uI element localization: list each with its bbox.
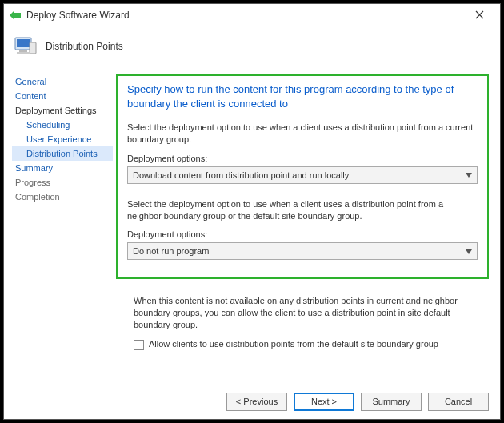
chevron-down-icon: [466, 247, 472, 256]
chevron-down-icon: [466, 170, 472, 179]
sidebar-item-summary[interactable]: Summary: [12, 161, 113, 175]
computer-icon: [12, 33, 39, 60]
section2-description: Select the deployment option to use when…: [127, 198, 478, 222]
page-title: Distribution Points: [46, 41, 123, 52]
close-button[interactable]: [463, 4, 495, 26]
button-row: < Previous Next > Summary Cancel: [4, 384, 500, 419]
svg-rect-3: [19, 50, 27, 52]
main-panel: Specify how to run the content for this …: [116, 66, 500, 370]
sidebar-item-deployment-settings[interactable]: Deployment Settings: [12, 103, 113, 118]
svg-rect-1: [17, 39, 30, 47]
svg-rect-4: [17, 52, 30, 54]
wizard-window: Deploy Software Wizard Distribution Poin…: [3, 3, 501, 420]
titlebar: Deploy Software Wizard: [4, 4, 500, 26]
window-title: Deploy Software Wizard: [26, 10, 463, 21]
sidebar-item-scheduling[interactable]: Scheduling: [12, 118, 113, 132]
button-divider: [9, 377, 495, 377]
highlighted-section: Specify how to run the content for this …: [116, 74, 489, 279]
allow-default-boundary-row: Allow clients to use distribution points…: [134, 339, 479, 350]
deployment-options-1-select[interactable]: Download content from distribution point…: [127, 166, 478, 184]
sidebar-item-user-experience[interactable]: User Experience: [12, 132, 113, 146]
sidebar-item-general[interactable]: General: [12, 74, 113, 89]
next-button[interactable]: Next >: [294, 393, 354, 411]
allow-default-boundary-checkbox[interactable]: [134, 340, 144, 350]
footer-description: When this content is not available on an…: [134, 295, 479, 331]
section1-label: Deployment options:: [127, 154, 478, 163]
header-band: Distribution Points: [4, 26, 500, 66]
previous-button[interactable]: < Previous: [226, 393, 287, 411]
svg-rect-2: [30, 42, 36, 54]
summary-button[interactable]: Summary: [361, 393, 422, 411]
sidebar-item-distribution-points[interactable]: Distribution Points: [12, 146, 113, 161]
footer-section: When this content is not available on an…: [116, 279, 489, 350]
instruction-heading: Specify how to run the content for this …: [127, 82, 478, 110]
cancel-button[interactable]: Cancel: [428, 393, 489, 411]
sidebar-item-completion[interactable]: Completion: [12, 190, 113, 204]
allow-default-boundary-label: Allow clients to use distribution points…: [149, 339, 438, 349]
sidebar-item-progress[interactable]: Progress: [12, 175, 113, 190]
section1-description: Select the deployment option to use when…: [127, 122, 478, 146]
deployment-options-1-value: Download content from distribution point…: [133, 170, 349, 180]
wizard-body: General Content Deployment Settings Sche…: [4, 66, 500, 370]
section2-label: Deployment options:: [127, 229, 478, 239]
deployment-options-2-value: Do not run program: [133, 246, 209, 256]
deployment-options-2-select[interactable]: Do not run program: [127, 242, 478, 260]
sidebar-item-content[interactable]: Content: [12, 89, 113, 103]
sidebar: General Content Deployment Settings Sche…: [4, 66, 116, 370]
app-icon: [9, 9, 22, 22]
